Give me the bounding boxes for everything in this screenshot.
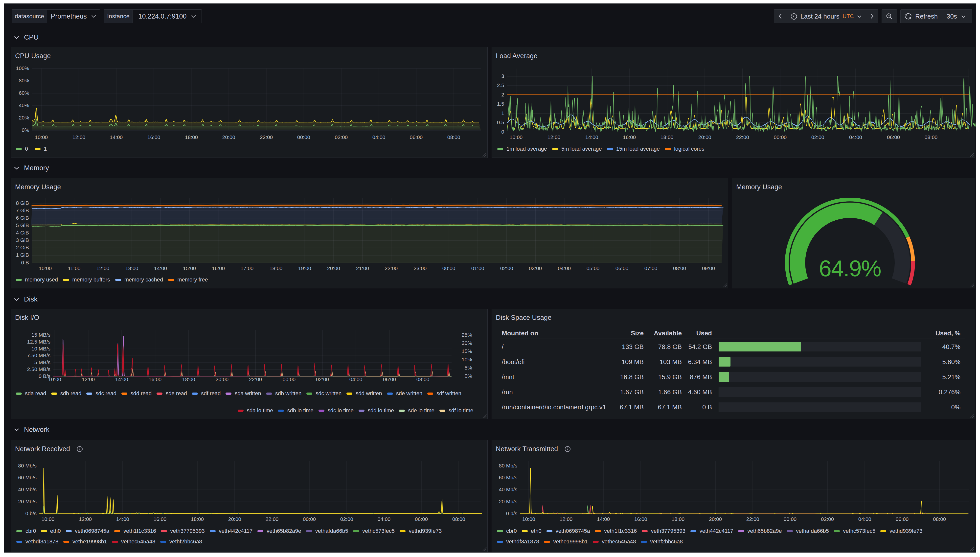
svg-text:64.9%: 64.9% — [819, 256, 881, 281]
